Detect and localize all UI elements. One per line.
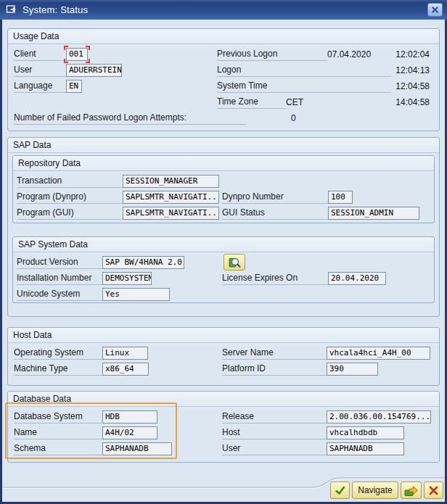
time-zone-value: CET [286, 97, 303, 107]
product-version-row: Product Version SAP BW/4HANA 2.0 [17, 255, 434, 270]
sap-system-data-group: SAP System Data Product Version SAP BW/4… [12, 236, 435, 303]
transaction-field[interactable]: SESSION_MANAGER [123, 175, 219, 188]
unicode-system-label: Unicode System [17, 288, 102, 301]
schema-row: Schema SAPHANADB User SAPHANADB [14, 441, 439, 457]
user-label: User [14, 64, 66, 77]
transaction-row: Transaction SESSION_MANAGER [17, 173, 434, 189]
navigate-button[interactable]: Navigate [352, 482, 398, 499]
cancel-x-icon [428, 485, 439, 496]
database-host-label: Host [222, 426, 327, 439]
program-dynpro-label: Program (Dynpro) [17, 191, 123, 204]
failed-attempts-value: 0 [291, 113, 296, 123]
license-expires-field[interactable]: 20.04.2020 [328, 272, 386, 285]
product-version-detail-button[interactable] [224, 254, 245, 270]
dialog-window-icon [6, 4, 17, 15]
client-field[interactable]: 001 [66, 48, 88, 61]
close-icon [430, 5, 440, 15]
system-time-label: System Time [217, 80, 391, 93]
gui-status-field[interactable]: SESSION_ADMIN [328, 207, 419, 220]
sap-system-data-title: SAP System Data [13, 237, 434, 252]
repository-data-title: Repository Data [13, 156, 434, 171]
usage-data-title: Usage Data [8, 29, 439, 44]
language-label: Language [14, 80, 66, 93]
dynpro-number-field[interactable]: 100 [328, 191, 353, 204]
host-data-title: Host Data [8, 328, 439, 343]
database-user-field[interactable]: SAPHANADB [327, 442, 404, 455]
operating-system-field[interactable]: Linux [102, 347, 148, 360]
database-data-title: Database Data [8, 392, 439, 407]
sap-data-group: SAP Data Repository Data Transaction SES… [7, 137, 440, 317]
machine-type-label: Machine Type [14, 363, 102, 376]
unicode-system-row: Unicode System Yes [17, 286, 434, 302]
server-name-field[interactable]: vhcala4hci_A4H_00 [327, 347, 430, 360]
program-gui-label: Program (GUI) [17, 207, 123, 220]
unicode-system-field[interactable]: Yes [102, 288, 170, 301]
installation-number-field[interactable]: DEMOSYSTEM [102, 272, 152, 285]
schema-label: Schema [14, 442, 102, 455]
server-name-label: Server Name [222, 347, 327, 360]
installation-number-label: Installation Number [17, 272, 102, 285]
usage-data-group: Usage Data Client 001 Previous Logon 07.… [7, 28, 440, 131]
dialog-titlebar[interactable]: System: Status [0, 0, 447, 20]
machine-type-field[interactable]: x86_64 [102, 363, 149, 376]
license-expires-label: License Expires On [222, 272, 328, 285]
previous-logon-time: 12:02:04 [395, 49, 430, 59]
product-version-field[interactable]: SAP BW/4HANA 2.0 [102, 256, 184, 269]
user-row: User ADUERRSTEIN Logon 12:04:13 [14, 62, 439, 78]
failed-attempts-row: Number of Failed Password Logon Attempts… [14, 110, 439, 126]
exit-arrow-icon [403, 484, 419, 497]
platform-id-label: Platform ID [222, 363, 327, 376]
release-label: Release [222, 410, 327, 424]
logon-label: Logon [217, 64, 391, 77]
database-name-label: Name [14, 426, 102, 439]
platform-id-field[interactable]: 390 [327, 363, 378, 376]
confirm-button[interactable] [330, 482, 350, 499]
dialog-title: System: Status [22, 4, 427, 15]
magnifier-document-icon [227, 256, 242, 269]
repository-data-group: Repository Data Transaction SESSION_MANA… [12, 155, 435, 223]
time-zone-label: Time Zone [217, 96, 286, 109]
database-system-row: Database System HDB Release 2.00.036.00.… [14, 409, 439, 425]
release-field[interactable]: 2.00.036.00.154769... [327, 410, 431, 424]
database-data-group: Database Data Database System HDB Releas… [7, 391, 440, 463]
focus-corner [64, 46, 68, 50]
dialog-content: Usage Data Client 001 Previous Logon 07.… [2, 20, 445, 502]
program-gui-row: Program (GUI) SAPLSMTR_NAVIGATI... GUI S… [17, 205, 434, 221]
product-version-label: Product Version [17, 256, 102, 269]
focus-indicator: 001 [66, 48, 88, 61]
previous-logon-label: Previous Logon [217, 48, 327, 61]
database-system-label: Database System [14, 410, 102, 424]
time-zone-row: Time Zone CET 14:04:58 [14, 94, 439, 110]
dynpro-number-label: Dynpro Number [222, 191, 328, 204]
language-field[interactable]: EN [66, 80, 82, 93]
user-field[interactable]: ADUERRSTEIN [66, 64, 122, 77]
program-dynpro-row: Program (Dynpro) SAPLSMTR_NAVIGATI... Dy… [17, 189, 434, 205]
check-icon [335, 485, 346, 496]
program-gui-field[interactable]: SAPLSMTR_NAVIGATI... [123, 207, 219, 220]
exit-button[interactable] [401, 482, 422, 499]
database-name-field[interactable]: A4H/02 [102, 426, 157, 439]
failed-attempts-label: Number of Failed Password Logon Attempts… [14, 112, 246, 125]
operating-system-label: Operating System [14, 347, 102, 360]
installation-number-row: Installation Number DEMOSYSTEM License E… [17, 270, 434, 286]
sap-data-title: SAP Data [8, 138, 439, 153]
focus-corner [86, 46, 90, 50]
host-data-group: Host Data Operating System Linux Server … [7, 327, 440, 386]
gui-status-label: GUI Status [222, 207, 328, 220]
logon-time: 12:04:13 [395, 65, 430, 75]
operating-system-row: Operating System Linux Server Name vhcal… [14, 345, 439, 361]
system-status-dialog: System: Status Usage Data Client 001 Pre… [0, 0, 447, 504]
time-zone-time: 14:04:58 [395, 97, 430, 107]
cancel-button[interactable] [424, 482, 443, 499]
footer-button-bar: Navigate [330, 482, 443, 499]
database-system-field[interactable]: HDB [102, 410, 157, 424]
system-time-value: 12:04:58 [395, 81, 430, 91]
schema-field[interactable]: SAPHANADB [102, 442, 172, 455]
close-button[interactable] [427, 3, 443, 17]
database-name-row: Name A4H/02 Host vhcalhdbdb [14, 425, 439, 441]
machine-type-row: Machine Type x86_64 Platform ID 390 [14, 361, 439, 377]
client-label: Client [14, 48, 66, 61]
database-host-field[interactable]: vhcalhdbdb [327, 426, 404, 439]
program-dynpro-field[interactable]: SAPLSMTR_NAVIGATI... [123, 191, 219, 204]
language-row: Language EN System Time 12:04:58 [14, 78, 439, 94]
